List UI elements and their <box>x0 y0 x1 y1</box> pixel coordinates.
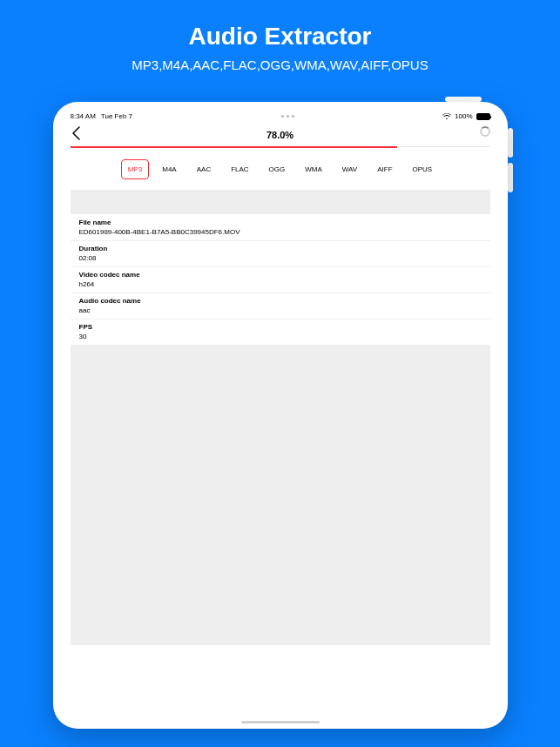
status-right: 100% <box>442 112 489 120</box>
promo-subtitle: MP3,M4A,AAC,FLAC,OGG,WMA,WAV,AIFF,OPUS <box>0 57 560 72</box>
device-frame: 8:34 AM Tue Feb 7 100% 78.0% MP3 M4A AAC <box>53 102 508 729</box>
info-label: Duration <box>79 245 482 252</box>
promo-title: Audio Extractor <box>0 23 560 50</box>
tab-aac[interactable]: AAC <box>190 159 218 179</box>
info-label: Audio codec name <box>79 297 482 305</box>
tab-wma[interactable]: WMA <box>298 159 329 179</box>
tab-mp3[interactable]: MP3 <box>121 159 149 179</box>
multitask-dots-icon <box>132 115 442 118</box>
loading-spinner-icon <box>480 126 490 137</box>
format-tabs: MP3 M4A AAC FLAC OGG WMA WAV AIFF OPUS <box>65 147 496 190</box>
battery-icon <box>476 113 490 120</box>
info-value: 02:08 <box>79 254 482 262</box>
home-indicator[interactable] <box>241 721 320 723</box>
nav-title: 78.0% <box>65 130 496 140</box>
wifi-icon <box>442 113 451 120</box>
status-time: 8:34 AM <box>71 112 96 120</box>
file-info-panel: File name ED601989-400B-4BE1-B7A5-BB0C39… <box>71 190 490 346</box>
device-volume-up <box>508 128 513 158</box>
status-date: Tue Feb 7 <box>101 112 132 120</box>
info-row-video-codec: Video codec name h264 <box>71 267 490 293</box>
info-row-audio-codec: Audio codec name aac <box>71 293 490 320</box>
info-label: File name <box>79 219 482 226</box>
device-volume-down <box>508 163 513 192</box>
status-left: 8:34 AM Tue Feb 7 <box>71 112 133 120</box>
info-row-fps: FPS 30 <box>71 320 490 346</box>
info-header-strip <box>71 190 490 214</box>
info-row-duration: Duration 02:08 <box>71 241 490 267</box>
nav-bar: 78.0% <box>65 124 496 147</box>
info-label: Video codec name <box>79 271 482 279</box>
info-label: FPS <box>79 323 482 331</box>
battery-percent: 100% <box>455 112 472 120</box>
info-value: 30 <box>79 333 482 340</box>
info-value: aac <box>79 306 482 314</box>
tab-ogg[interactable]: OGG <box>262 159 293 179</box>
app-screen: 8:34 AM Tue Feb 7 100% 78.0% MP3 M4A AAC <box>53 102 508 645</box>
promo-header: Audio Extractor MP3,M4A,AAC,FLAC,OGG,WMA… <box>0 0 560 72</box>
preview-empty-area <box>71 346 490 645</box>
tab-m4a[interactable]: M4A <box>155 159 183 179</box>
status-bar: 8:34 AM Tue Feb 7 100% <box>65 111 496 124</box>
tab-flac[interactable]: FLAC <box>224 159 255 179</box>
tab-opus[interactable]: OPUS <box>406 159 440 179</box>
tab-aiff[interactable]: AIFF <box>370 159 399 179</box>
info-value: h264 <box>79 280 482 288</box>
info-value: ED601989-400B-4BE1-B7A5-BB0C39945DF6.MOV <box>79 228 482 236</box>
info-row-filename: File name ED601989-400B-4BE1-B7A5-BB0C39… <box>71 215 490 241</box>
tab-wav[interactable]: WAV <box>335 159 364 179</box>
